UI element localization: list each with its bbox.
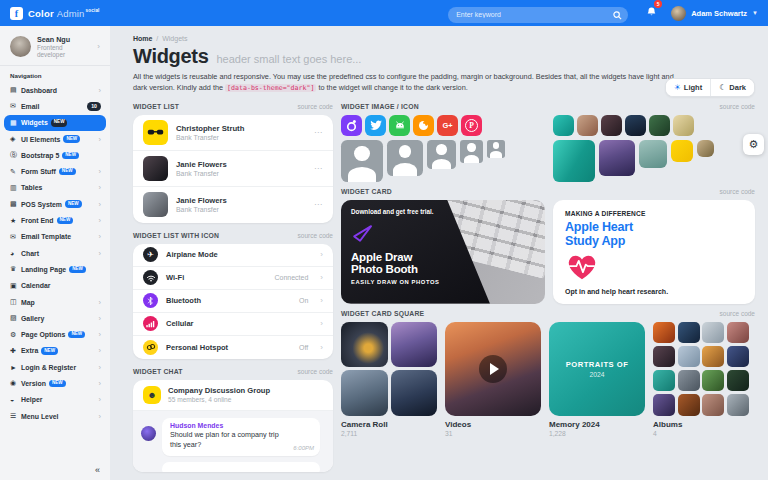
list-item-wifi[interactable]: Wi-Fi Connected › (133, 267, 333, 290)
brand-text: Color Adminsocial (28, 8, 100, 19)
source-code-link[interactable]: source code (720, 310, 755, 317)
sidebar-item[interactable]: ♛ Landing Page NEW (4, 261, 106, 277)
chat-bubble (162, 462, 320, 471)
list-item: Janie Flowers Bank Transfer ⋯ (133, 187, 333, 223)
photo-thumbnail (671, 140, 693, 162)
more-options-button[interactable]: ⋯ (314, 128, 323, 137)
promo-card[interactable]: Download and get free trial. Apple DrawP… (341, 200, 545, 304)
search-icon[interactable] (613, 6, 622, 24)
sidebar-item[interactable]: ◉ Version NEW › (4, 375, 106, 391)
list-item: Janie Flowers Bank Transfer ⋯ (133, 151, 333, 187)
source-code-link[interactable]: source code (298, 103, 333, 110)
firefox-icon[interactable] (413, 115, 434, 136)
more-options-button[interactable]: ⋯ (314, 164, 323, 173)
sidebar-item[interactable]: ◈ UI Elements NEW › (4, 131, 106, 147)
twitter-icon[interactable] (365, 115, 386, 136)
sidebar-item[interactable]: ◕ Chart › (4, 245, 106, 261)
sidebar-item[interactable]: Ⓑ Bootstrap 5 NEW (4, 147, 106, 163)
photo-thumbnail (697, 140, 714, 157)
chevron-right-icon: › (320, 273, 323, 282)
contact-desc: Bank Transfer (176, 170, 227, 177)
chevron-right-icon: › (99, 135, 102, 144)
notifications-button[interactable]: 5 (646, 4, 657, 22)
google-plus-icon[interactable]: G+ (437, 115, 458, 136)
play-button-icon[interactable] (479, 355, 507, 383)
chat-time: 6:00PM (293, 445, 314, 451)
helper-icon: ◒ (10, 396, 21, 403)
album-card-memory[interactable]: PORTRAITS OF 2024 Memory 2024 1,228 (549, 322, 645, 437)
photo (702, 370, 724, 392)
sidebar-item[interactable]: ▥ Tables › (4, 180, 106, 196)
sidebar-item-label: Form Stuff (21, 168, 56, 175)
source-code-link[interactable]: source code (720, 188, 755, 195)
sidebar-item[interactable]: ✎ Form Stuff NEW › (4, 163, 106, 179)
sidebar-item[interactable]: ✉ Email 10 (4, 98, 106, 114)
sidebar-item-label: Page Options (21, 331, 65, 338)
source-code-link[interactable]: source code (720, 103, 755, 110)
list-item-cellular[interactable]: Cellular › (133, 313, 333, 336)
sidebar-item[interactable]: ▦ Widgets NEW (4, 115, 106, 131)
user-menu[interactable]: Adam Schwartz ▼ (671, 6, 758, 21)
chevron-right-icon: › (99, 232, 102, 241)
sidebar-collapse-button[interactable]: « (95, 465, 100, 475)
sidebar-item[interactable]: ◒ Helper › (4, 392, 106, 408)
sidebar-item-label: Email Template (21, 233, 71, 240)
sidebar-item[interactable]: ▨ Gallery › (4, 310, 106, 326)
chevron-right-icon: › (320, 250, 323, 259)
sidebar-item-label: Chart (21, 250, 39, 257)
widget-list-card: Christopher Struth Bank Transfer ⋯ Janie… (133, 115, 333, 223)
settings-gear-button[interactable]: ⚙ (743, 134, 764, 155)
album-card-albums[interactable]: Albums 4 (653, 322, 749, 437)
sidebar-item[interactable]: ► Login & Register › (4, 359, 106, 375)
avatar-placeholder (341, 140, 383, 182)
calendar-icon: ▣ (10, 282, 21, 290)
dark-theme-button[interactable]: ☾Dark (710, 79, 754, 96)
sidebar-item-label: UI Elements (21, 136, 60, 143)
contact-name: Janie Flowers (176, 160, 227, 169)
android-icon[interactable] (389, 115, 410, 136)
sidebar-item[interactable]: ✉ Email Template › (4, 229, 106, 245)
photo (391, 322, 438, 368)
photo (341, 370, 388, 416)
nav-section-label: Navigation (0, 66, 110, 82)
reddit-icon[interactable] (341, 115, 362, 136)
photo (727, 370, 749, 392)
search-input[interactable] (448, 7, 628, 23)
promo-subtitle: EASILY DRAW ON PHOTOS (351, 279, 535, 285)
sidebar-item[interactable]: ▤ Dashboard › (4, 82, 106, 98)
sidebar-item-label: Helper (21, 396, 42, 403)
album-label: Videos (445, 420, 541, 429)
chat-bubble: Hudson Mendes Should we plan for a compa… (162, 418, 320, 457)
source-code-link[interactable]: source code (298, 368, 333, 375)
sidebar-profile[interactable]: Sean Ngu Frontend developer › (0, 26, 110, 66)
sidebar-item[interactable]: ◫ Map › (4, 294, 106, 310)
heart-study-card[interactable]: MAKING A DIFFERENCE Apple HeartStudy App… (553, 200, 755, 304)
source-code-link[interactable]: source code (298, 232, 333, 239)
sidebar-item[interactable]: ▩ POS System NEW › (4, 196, 106, 212)
album-label: Albums (653, 420, 749, 429)
album-card-camera-roll[interactable]: Camera Roll 2,711 (341, 322, 437, 437)
photo (678, 346, 700, 368)
avatar (143, 192, 168, 217)
brand[interactable]: f Color Adminsocial (10, 7, 130, 20)
status-value: On (299, 297, 308, 304)
sidebar-item[interactable]: ▣ Calendar (4, 278, 106, 294)
section-title: WIDGET LIST (133, 103, 179, 110)
sidebar-item-label: POS System (21, 201, 62, 208)
glasses-avatar (143, 120, 168, 145)
sidebar-item[interactable]: ⚙ Page Options NEW › (4, 326, 106, 342)
light-theme-button[interactable]: ☀Light (666, 79, 711, 96)
sidebar-item[interactable]: ★ Front End NEW › (4, 212, 106, 228)
breadcrumb-home[interactable]: Home (133, 35, 152, 42)
list-item-personal-hotspot[interactable]: Personal Hotspot Off › (133, 336, 333, 359)
sidebar-badge: NEW (68, 331, 85, 339)
chat-header[interactable]: ☻ Company Discussion Group 55 members, 4… (133, 380, 333, 411)
pinterest-icon[interactable]: P (461, 115, 482, 136)
sidebar-item[interactable]: ✚ Extra NEW › (4, 343, 106, 359)
list-item-airplane-mode[interactable]: ✈ Airplane Mode › (133, 244, 333, 267)
album-card-videos[interactable]: Videos 31 (445, 322, 541, 437)
list-item-bluetooth[interactable]: Bluetooth On › (133, 290, 333, 313)
sidebar-item[interactable]: ☰ Menu Level › (4, 408, 106, 424)
chevron-right-icon: › (99, 412, 102, 421)
more-options-button[interactable]: ⋯ (314, 200, 323, 209)
